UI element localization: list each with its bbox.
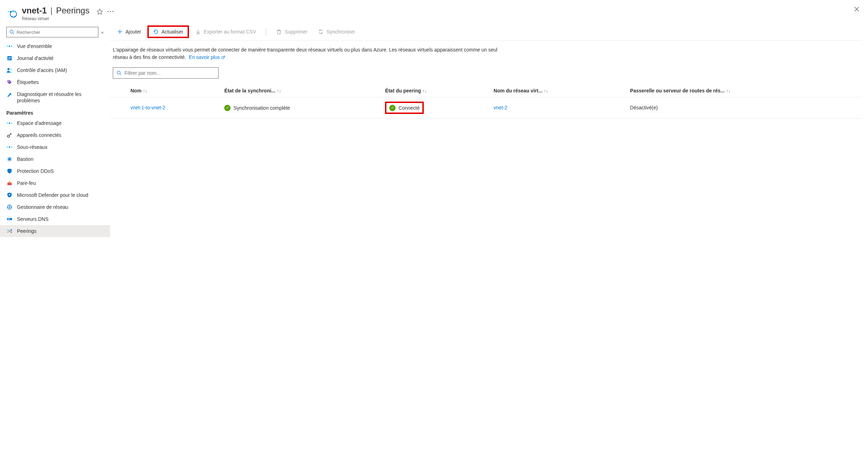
sidebar-item-devices[interactable]: Appareils connectés [0,129,110,141]
filter-input[interactable] [124,70,215,76]
peering-name-link[interactable]: vnet-1-to-vnet-2 [130,105,165,110]
close-icon[interactable] [854,6,860,12]
svg-rect-43 [8,219,10,219]
sidebar-item-defender[interactable]: Microsoft Defender pour le cloud [0,189,110,201]
sort-icon: ↑↓ [422,89,427,93]
sidebar-item-label: Appareils connectés [17,132,61,138]
sidebar-item-label: Vue d'ensemble [17,43,52,49]
sidebar-item-label: Diagnostiquer et résoudre les problèmes [17,91,104,104]
refresh-button[interactable]: Actualiser [147,25,189,38]
filter-box[interactable] [113,67,219,79]
svg-line-8 [13,33,14,34]
col-sync[interactable]: État de la synchroni...↑↓ [220,84,381,97]
learn-more-link[interactable]: En savoir plus [189,54,226,60]
shield-icon [6,168,13,174]
svg-point-21 [7,122,8,124]
add-button[interactable]: Ajouter [113,27,145,37]
peerings-icon [6,228,13,234]
vnet-overview-icon [6,43,13,49]
dns-icon [6,216,13,222]
tag-icon [6,79,13,85]
svg-point-44 [7,229,8,231]
svg-point-23 [11,122,12,124]
gateway-status: Désactivé(e) [630,105,658,110]
description: L'appairage de réseaux virtuels vous per… [110,41,505,65]
sidebar-search-input[interactable] [17,30,95,35]
svg-rect-15 [8,59,10,60]
sidebar-item-label: Contrôle d'accès (IAM) [17,67,67,73]
sidebar-item-label: Sous-réseaux [17,144,47,150]
network-manager-icon [6,204,13,210]
sort-icon: ↑↓ [143,89,147,93]
sidebar-item-firewall[interactable]: Pare-feu [0,177,110,189]
favorite-icon[interactable] [97,8,103,15]
defender-icon [6,192,13,198]
trash-icon [276,29,282,35]
col-vnet[interactable]: Nom du réseau virt...↑↓ [489,84,626,97]
col-name[interactable]: Nom↑↓ [126,84,220,97]
svg-rect-14 [8,58,11,59]
page-header: vnet-1 | Peerings ··· Réseau virtuel [0,0,868,24]
svg-point-29 [11,146,12,148]
check-icon: ✓ [224,105,231,111]
sidebar-item-label: Bastion [17,156,33,162]
sidebar-item-peerings[interactable]: Peerings [0,225,110,237]
sidebar-item-label: Protection DDoS [17,168,54,174]
refresh-icon [153,29,159,35]
delete-button[interactable]: Supprimer [272,27,312,37]
col-peering[interactable]: État du peering↑↓ [381,84,489,97]
sync-button[interactable]: Synchroniser [314,27,360,37]
svg-point-2 [10,11,11,12]
svg-line-19 [8,94,11,97]
peering-status-highlight: ✓ Connecté [385,102,424,114]
sidebar-search[interactable] [6,27,98,37]
remote-vnet-link[interactable]: vnet-2 [494,105,507,110]
sidebar-item-label: Serveurs DNS [17,216,48,222]
sidebar: « Vue d'ensemble Journal d'activité Cont… [0,24,110,237]
svg-point-46 [7,231,8,233]
svg-point-1 [8,11,9,12]
svg-line-60 [120,74,121,75]
sort-icon: ↑↓ [277,89,281,93]
sidebar-item-tags[interactable]: Étiquettes [0,76,110,88]
sidebar-item-activity[interactable]: Journal d'activité [0,52,110,64]
svg-point-3 [12,11,13,12]
svg-point-47 [11,231,12,233]
external-link-icon [221,55,225,60]
sidebar-item-address-space[interactable]: Espace d'adressage [0,117,110,129]
search-icon [117,71,122,75]
more-icon[interactable]: ··· [107,8,115,16]
svg-point-27 [7,146,8,148]
sync-icon [318,29,324,35]
sidebar-item-network-manager[interactable]: Gestionnaire de réseau [0,201,110,213]
svg-point-9 [7,46,8,47]
sidebar-item-label: Peerings [17,228,36,234]
svg-point-59 [117,71,120,74]
vnet-icon [7,7,18,18]
svg-point-17 [10,69,12,70]
sidebar-item-iam[interactable]: Contrôle d'accès (IAM) [0,64,110,76]
sidebar-item-subnets[interactable]: Sous-réseaux [0,141,110,153]
sidebar-item-dns[interactable]: Serveurs DNS [0,213,110,225]
collapse-icon[interactable]: « [101,30,104,35]
svg-marker-4 [97,9,102,14]
svg-point-24 [7,135,10,137]
peerings-table: Nom↑↓ État de la synchroni...↑↓ État du … [110,84,862,119]
svg-point-10 [9,46,10,47]
bastion-icon [6,156,13,162]
svg-point-16 [7,68,10,70]
sidebar-item-ddos[interactable]: Protection DDoS [0,165,110,177]
sort-icon: ↑↓ [544,89,548,93]
sidebar-item-bastion[interactable]: Bastion [0,153,110,165]
toolbar: Ajouter Actualiser Exporter au format CS… [110,24,862,41]
svg-point-7 [10,30,13,33]
col-gateway[interactable]: Passerelle ou serveur de routes de rés..… [626,84,862,97]
sidebar-section-settings: Paramètres [0,107,110,117]
svg-rect-13 [8,57,11,58]
svg-rect-34 [7,183,12,185]
export-button[interactable]: Exporter au format CSV [191,27,261,37]
svg-point-45 [11,229,12,231]
sidebar-item-diagnose[interactable]: Diagnostiquer et résoudre les problèmes [0,88,110,107]
sidebar-item-overview[interactable]: Vue d'ensemble [0,40,110,52]
table-row[interactable]: vnet-1-to-vnet-2 ✓ Synchronisation compl… [110,97,862,119]
